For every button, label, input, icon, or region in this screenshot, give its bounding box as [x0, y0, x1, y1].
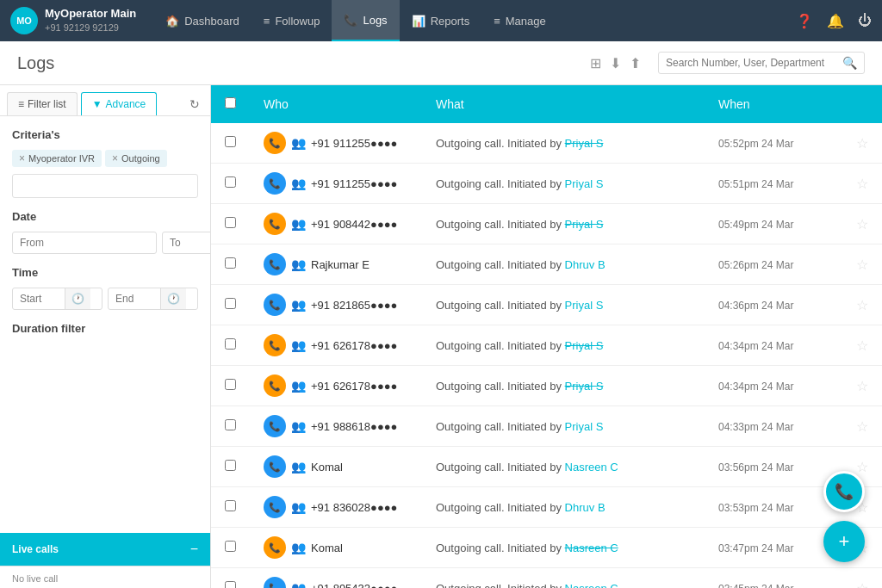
brand-name: MyOperator Main [45, 7, 136, 22]
fab-phone-button[interactable]: 📞 [823, 471, 865, 512]
row-who-cell: 📞 👥 Komal [250, 447, 422, 487]
row-star-cell[interactable]: ☆ [842, 285, 882, 325]
row-star-cell[interactable]: ☆ [842, 325, 882, 366]
select-all-checkbox[interactable] [225, 97, 236, 108]
time-start-clock[interactable]: 🕐 [65, 288, 90, 309]
call-time: 04:34pm 24 Mar [718, 381, 793, 393]
row-star-cell[interactable]: ☆ [842, 366, 882, 406]
nav-logs[interactable]: 📞 Logs [332, 0, 399, 41]
search-icon[interactable]: 🔍 [842, 56, 857, 70]
row-checkbox[interactable] [225, 500, 236, 511]
nav-dashboard[interactable]: 🏠 Dashboard [153, 0, 252, 41]
time-start-input[interactable] [13, 288, 65, 309]
group-icon: 👥 [291, 379, 306, 393]
top-navigation: MO MyOperator Main +91 92129 92129 🏠 Das… [0, 0, 882, 41]
initiator-link[interactable]: Priyal S [565, 420, 604, 433]
initiator-link[interactable]: Nasreen C [565, 542, 618, 554]
group-icon: 👥 [291, 338, 306, 352]
refresh-icon[interactable]: ↻ [186, 94, 203, 115]
who-cell: 📞 👥 Rajkumar E [264, 253, 408, 275]
table-row: 📞 👥 Komal Outgoing call. Initiated by Na… [211, 528, 882, 568]
page-actions: ⊞ ⬇ ⬆ [590, 55, 641, 71]
logo: MO [10, 7, 38, 34]
initiator-link[interactable]: Priyal S [565, 299, 604, 312]
star-icon[interactable]: ☆ [856, 419, 868, 434]
initiator-link[interactable]: Nasreen C [565, 461, 618, 473]
star-icon[interactable]: ☆ [856, 257, 868, 272]
row-checkbox[interactable] [225, 217, 236, 228]
nav-reports[interactable]: 📊 Reports [400, 0, 482, 41]
date-to-input[interactable] [162, 232, 210, 254]
star-icon[interactable]: ☆ [856, 379, 868, 393]
row-checkbox[interactable] [225, 379, 236, 390]
fab-plus-button[interactable]: + [823, 521, 865, 562]
row-checkbox[interactable] [225, 460, 236, 471]
group-icon: 👥 [291, 298, 306, 312]
initiator-link[interactable]: Dhruv B [565, 258, 606, 271]
row-star-cell[interactable]: ☆ [842, 164, 882, 204]
criteria-tag-outgoing: × Outgoing [105, 150, 167, 167]
what-text: Outgoing call. Initiated by Nasreen C [436, 461, 618, 473]
initiator-link[interactable]: Nasreen C [565, 582, 618, 589]
row-checkbox[interactable] [225, 257, 236, 269]
remove-ivr-tag[interactable]: × [19, 152, 25, 164]
row-star-cell[interactable]: ☆ [842, 123, 882, 164]
nav-followup[interactable]: ≡ Followup [252, 0, 332, 41]
caller-number: +91 911255●●●● [311, 137, 397, 150]
grid-icon[interactable]: ⊞ [590, 55, 601, 71]
time-end-input[interactable] [109, 288, 160, 309]
row-checkbox-cell [211, 285, 250, 325]
remove-outgoing-tag[interactable]: × [112, 152, 118, 164]
row-checkbox[interactable] [225, 541, 236, 552]
initiator-link[interactable]: Priyal S [565, 218, 604, 231]
star-icon[interactable]: ☆ [856, 217, 868, 232]
upload-icon[interactable]: ⬆ [630, 55, 641, 71]
star-icon[interactable]: ☆ [856, 176, 868, 191]
date-from-input[interactable] [12, 232, 157, 254]
call-type-icon: 📞 [264, 132, 286, 154]
star-icon[interactable]: ☆ [856, 338, 868, 353]
row-checkbox-cell [211, 164, 250, 204]
row-star-cell[interactable]: ☆ [842, 568, 882, 589]
help-icon[interactable]: ❓ [796, 13, 813, 29]
row-star-cell[interactable]: ☆ [842, 406, 882, 447]
initiator-link[interactable]: Priyal S [565, 137, 604, 150]
row-checkbox[interactable] [225, 338, 236, 350]
criteria-empty-input[interactable] [12, 174, 198, 198]
table-row: 📞 👥 +91 626178●●●● Outgoing call. Initia… [211, 325, 882, 366]
initiator-link[interactable]: Priyal S [565, 339, 604, 352]
row-when-cell: 03:56pm 24 Mar [705, 447, 842, 487]
row-checkbox[interactable] [225, 136, 236, 147]
row-checkbox[interactable] [225, 581, 236, 588]
row-star-cell[interactable]: ☆ [842, 244, 882, 285]
nav-manage[interactable]: ≡ Manage [481, 0, 558, 41]
bell-icon[interactable]: 🔔 [827, 13, 844, 29]
tab-filter-list[interactable]: ≡ Filter list [7, 92, 78, 115]
row-checkbox[interactable] [225, 419, 236, 430]
initiator-link[interactable]: Dhruv B [565, 501, 606, 514]
live-calls-label: Live calls [12, 543, 59, 555]
row-checkbox[interactable] [225, 298, 236, 309]
search-box: 🔍 [658, 52, 865, 74]
star-icon[interactable]: ☆ [856, 136, 868, 151]
initiator-link[interactable]: Priyal S [565, 380, 604, 393]
row-who-cell: 📞 👥 +91 821865●●●● [250, 285, 422, 325]
row-who-cell: 📞 👥 +91 911255●●●● [250, 164, 422, 204]
content-area: Who What When 📞 👥 +91 911255●●●● Outgoin… [211, 85, 882, 588]
star-icon[interactable]: ☆ [856, 581, 868, 589]
time-end-clock[interactable]: 🕐 [160, 288, 186, 309]
tab-advance[interactable]: ▼ Advance [81, 92, 158, 115]
initiator-link[interactable]: Priyal S [565, 177, 604, 190]
caller-number: +91 911255●●●● [311, 177, 397, 190]
download-icon[interactable]: ⬇ [610, 55, 621, 71]
call-type-icon: 📞 [264, 577, 286, 588]
star-icon[interactable]: ☆ [856, 298, 868, 313]
search-input[interactable] [666, 57, 842, 69]
live-calls-minimize[interactable]: − [190, 542, 198, 557]
power-icon[interactable]: ⏻ [858, 13, 872, 28]
who-cell: 📞 👥 +91 911255●●●● [264, 132, 408, 154]
row-checkbox[interactable] [225, 176, 236, 188]
row-star-cell[interactable]: ☆ [842, 204, 882, 244]
who-cell: 📞 👥 Komal [264, 536, 408, 559]
call-type-icon: 📞 [264, 455, 286, 478]
